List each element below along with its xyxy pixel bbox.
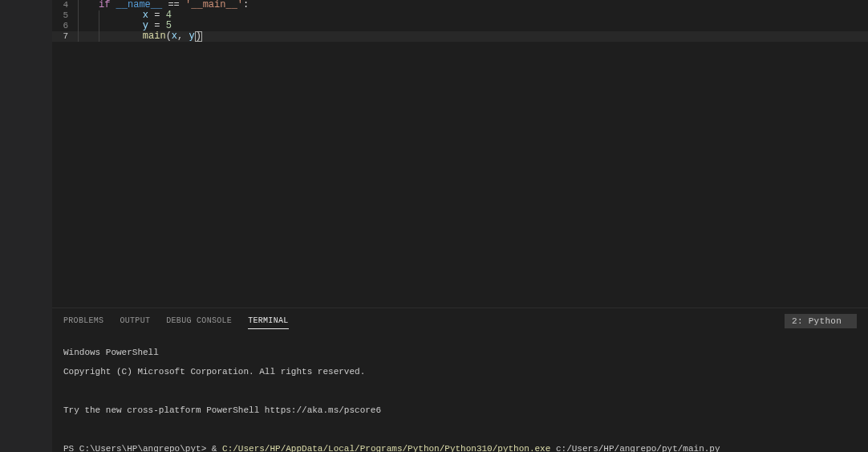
tab-problems[interactable]: PROBLEMS: [63, 313, 103, 328]
terminal-body[interactable]: Windows PowerShell Copyright (C) Microso…: [52, 333, 868, 452]
line-number: 6: [52, 21, 78, 31]
terminal-line: Try the new cross-platform PowerShell ht…: [63, 405, 857, 415]
terminal-line: Windows PowerShell: [63, 348, 857, 357]
bottom-panel: PROBLEMS OUTPUT DEBUG CONSOLE TERMINAL 2…: [52, 307, 868, 452]
activity-bar-placeholder: [0, 0, 52, 452]
editor-pane[interactable]: 4if __name__ == '__main__':5 x = 46 y = …: [52, 0, 868, 307]
tab-debug-console[interactable]: DEBUG CONSOLE: [166, 313, 232, 328]
terminal-line: PS C:\Users\HP\angrepo\pyt> & C:/Users/H…: [63, 444, 857, 452]
code-line[interactable]: 7 main(x, y): [52, 31, 868, 42]
code-content: main(x, y): [78, 31, 202, 42]
code-line[interactable]: 5 x = 4: [52, 10, 868, 21]
line-number: 5: [52, 10, 78, 21]
terminal-selector-dropdown[interactable]: 2: Python: [785, 314, 857, 328]
tab-output[interactable]: OUTPUT: [120, 313, 150, 328]
panel-tabs: PROBLEMS OUTPUT DEBUG CONSOLE TERMINAL 2…: [52, 308, 868, 333]
terminal-line: Copyright (C) Microsoft Corporation. All…: [63, 367, 857, 377]
editor-cursor: ): [195, 31, 202, 42]
main-area: 4if __name__ == '__main__':5 x = 46 y = …: [52, 0, 868, 452]
tab-terminal[interactable]: TERMINAL: [248, 313, 288, 329]
code-line[interactable]: 4if __name__ == '__main__':: [52, 0, 868, 10]
line-number: 4: [52, 0, 78, 10]
line-number: 7: [52, 31, 78, 42]
